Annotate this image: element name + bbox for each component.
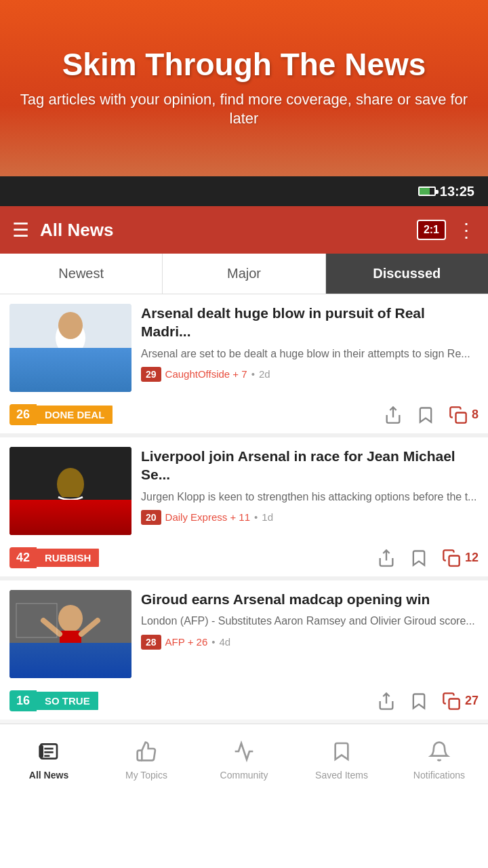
svg-rect-16: [79, 498, 89, 516]
svg-point-9: [58, 312, 83, 339]
status-time: 13:25: [440, 184, 474, 199]
bell-icon: [428, 741, 450, 767]
svg-text:20: 20: [64, 354, 77, 368]
tab-discussed[interactable]: Discussed: [326, 254, 488, 294]
nav-item-saved-items[interactable]: Saved Items: [293, 724, 390, 791]
thumbsup-icon: [136, 741, 157, 767]
tab-newest[interactable]: Newest: [0, 254, 163, 294]
comment-count-1: 29: [141, 367, 161, 382]
app-container: 13:25 ☰ All News 2:1 ⋮ Newest Major Disc…: [0, 176, 488, 791]
hero-subtitle: Tag articles with your opinion, find mor…: [14, 90, 474, 129]
vote-label-3: SO TRUE: [37, 692, 98, 710]
status-bar: 13:25: [0, 176, 488, 206]
more-icon[interactable]: ⋮: [457, 219, 476, 241]
meta-dot-2: •: [254, 511, 258, 523]
comment-count-2: 20: [141, 510, 161, 525]
news-thumbnail: 20: [9, 304, 131, 392]
news-headline-3: Giroud earns Arsenal madcap opening win: [141, 590, 479, 608]
svg-rect-15: [52, 498, 62, 516]
vote-badge-3[interactable]: 16 SO TRUE: [9, 690, 98, 711]
header-title: All News: [40, 220, 417, 241]
vote-badge-1[interactable]: 26 DONE DEAL: [9, 404, 113, 425]
save-button-3[interactable]: [409, 692, 428, 711]
source-1: CaughtOffside + 7: [165, 368, 247, 380]
save-button-2[interactable]: [409, 549, 428, 568]
copy-button-1[interactable]: 8: [449, 406, 479, 425]
meta-dot-3: •: [211, 636, 215, 648]
copy-count-2: 12: [465, 551, 479, 565]
meta-dot-1: •: [251, 368, 255, 380]
news-item[interactable]: Liverpool join Arsenal in race for Jean …: [0, 437, 488, 576]
nav-item-notifications[interactable]: Notifications: [390, 724, 488, 791]
bookmark-icon: [331, 741, 352, 767]
svg-rect-10: [455, 412, 466, 422]
filter-tabs: Newest Major Discussed: [0, 254, 488, 294]
app-header: ☰ All News 2:1 ⋮: [0, 206, 488, 254]
svg-point-13: [57, 468, 84, 500]
news-headline-2: Liverpool join Arsenal in race for Jean …: [141, 447, 479, 484]
svg-rect-17: [61, 515, 70, 530]
news-content-row: 20 Arsenal dealt huge blow in pursuit of…: [9, 304, 479, 392]
source-2: Daily Express + 11: [165, 511, 250, 523]
news-actions-3: 16 SO TRUE 27: [9, 684, 479, 719]
svg-rect-34: [40, 746, 43, 757]
news-item[interactable]: 20 Arsenal dealt huge blow in pursuit of…: [0, 294, 488, 433]
news-excerpt-1: Arsenal are set to be dealt a huge blow …: [141, 347, 479, 361]
news-excerpt-3: London (AFP) - Substitutes Aaron Ramsey …: [141, 614, 479, 629]
share-button-1[interactable]: [384, 406, 403, 425]
vote-number-3: 16: [9, 690, 37, 711]
news-headline-1: Arsenal dealt huge blow in pursuit of Re…: [141, 304, 479, 341]
news-meta-1: 29 CaughtOffside + 7 • 2d: [141, 367, 479, 382]
newspaper-icon: [38, 741, 60, 767]
nav-label-community: Community: [220, 770, 268, 781]
news-text: Liverpool join Arsenal in race for Jean …: [141, 447, 479, 535]
news-item[interactable]: Giroud earns Arsenal madcap opening win …: [0, 580, 488, 719]
svg-rect-4: [52, 353, 64, 372]
bottom-nav: All News My Topics Community: [0, 724, 488, 791]
meta-time-3: 4d: [220, 636, 231, 648]
news-text: Giroud earns Arsenal madcap opening win …: [141, 590, 479, 678]
pulse-icon: [233, 741, 255, 767]
hero-section: Skim Through The News Tag articles with …: [0, 0, 488, 176]
svg-rect-21: [9, 644, 131, 678]
news-meta-2: 20 Daily Express + 11 • 1d: [141, 510, 479, 525]
news-content-row: Giroud earns Arsenal madcap opening win …: [9, 590, 479, 678]
copy-button-3[interactable]: 27: [442, 692, 479, 711]
tab-major[interactable]: Major: [163, 254, 325, 294]
svg-point-22: [58, 605, 83, 632]
nav-label-all-news: All News: [29, 770, 68, 781]
score-icon[interactable]: 2:1: [417, 220, 446, 240]
news-content-row: Liverpool join Arsenal in race for Jean …: [9, 447, 479, 535]
vote-number-1: 26: [9, 404, 37, 425]
hamburger-icon[interactable]: ☰: [12, 219, 29, 241]
news-excerpt-2: Jurgen Klopp is keen to strengthen his a…: [141, 490, 479, 505]
nav-item-community[interactable]: Community: [195, 724, 293, 791]
svg-rect-19: [449, 555, 459, 566]
svg-rect-23: [60, 631, 81, 650]
comment-count-3: 28: [141, 635, 161, 650]
news-list: 20 Arsenal dealt huge blow in pursuit of…: [0, 294, 488, 719]
battery-fill: [420, 188, 430, 195]
svg-rect-29: [449, 698, 459, 709]
copy-count-3: 27: [465, 694, 479, 708]
svg-rect-26: [62, 648, 70, 668]
nav-label-my-topics: My Topics: [125, 770, 167, 781]
share-button-2[interactable]: [377, 549, 396, 568]
source-3: AFP + 26: [165, 636, 208, 648]
news-thumbnail: [9, 447, 131, 535]
news-thumbnail: [9, 590, 131, 678]
share-button-3[interactable]: [377, 692, 396, 711]
vote-badge-2[interactable]: 42 RUBBISH: [9, 547, 99, 568]
battery-icon: [418, 186, 436, 196]
copy-count-1: 8: [472, 408, 479, 422]
vote-number-2: 42: [9, 547, 37, 568]
meta-time-1: 2d: [259, 368, 270, 380]
svg-rect-12: [9, 501, 131, 535]
nav-item-all-news[interactable]: All News: [0, 724, 98, 791]
save-button-1[interactable]: [416, 406, 435, 425]
svg-rect-5: [77, 353, 89, 372]
nav-item-my-topics[interactable]: My Topics: [98, 724, 195, 791]
news-meta-3: 28 AFP + 26 • 4d: [141, 635, 479, 650]
hero-title: Skim Through The News: [62, 47, 426, 82]
copy-button-2[interactable]: 12: [442, 549, 479, 568]
